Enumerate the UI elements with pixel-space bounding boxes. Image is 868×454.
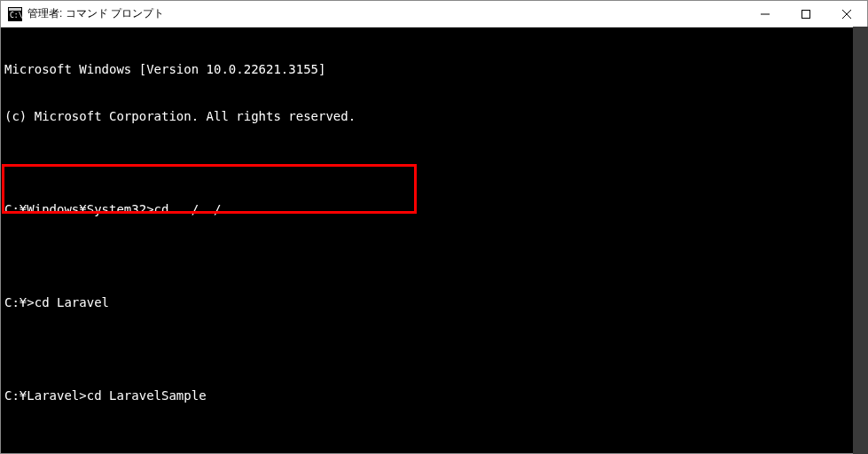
terminal-area[interactable]: Microsoft Windows [Version 10.0.22621.31… — [1, 27, 867, 453]
terminal-line: C:¥>cd Laravel — [4, 295, 864, 311]
terminal-line — [4, 155, 864, 171]
terminal-line: C:¥Windows¥System32>cd ../../ — [4, 202, 864, 218]
titlebar-buttons — [745, 1, 867, 27]
terminal-line — [4, 434, 864, 450]
window-title: 管理者: コマンド プロンプト — [27, 6, 164, 21]
svg-text:C:\: C:\ — [10, 12, 22, 20]
svg-rect-1 — [9, 8, 21, 11]
terminal-line — [4, 248, 864, 264]
terminal-line: (c) Microsoft Corporation. All rights re… — [4, 109, 864, 125]
maximize-button[interactable] — [786, 1, 826, 27]
minimize-button[interactable] — [745, 1, 786, 27]
titlebar[interactable]: C:\ 管理者: コマンド プロンプト — [1, 1, 867, 27]
close-button[interactable] — [826, 1, 867, 27]
terminal-line: C:¥Laravel>cd LaravelSample — [4, 388, 864, 404]
terminal-line — [4, 341, 864, 357]
scrollbar-thumb[interactable] — [853, 27, 868, 454]
cmd-icon: C:\ — [8, 7, 22, 21]
terminal-line: Microsoft Windows [Version 10.0.22621.31… — [4, 62, 864, 78]
terminal-scrollbar[interactable] — [853, 27, 868, 454]
svg-rect-4 — [802, 10, 810, 18]
command-prompt-window: C:\ 管理者: コマンド プロンプト Microsoft Windows [V… — [0, 0, 868, 454]
